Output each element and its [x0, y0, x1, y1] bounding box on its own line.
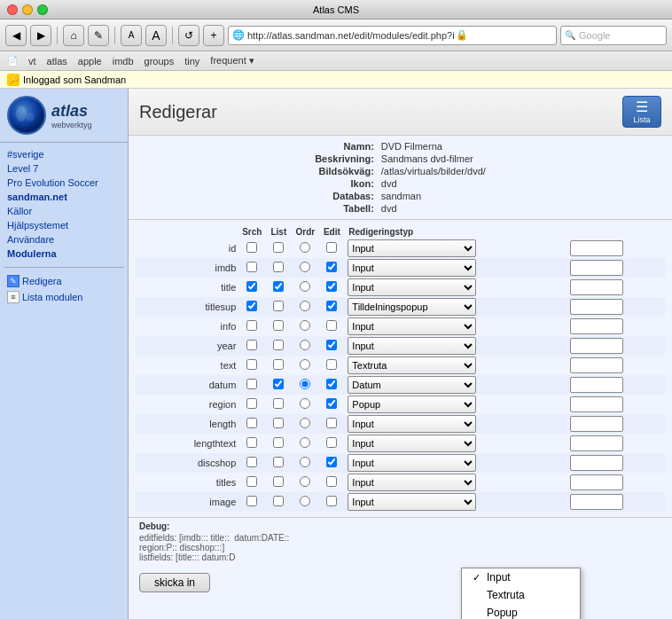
minimize-button[interactable] — [22, 4, 33, 15]
bookmark-imdb[interactable]: imdb — [113, 56, 134, 67]
type-select-lengthtext[interactable]: InputTextrutaPopupTilldelningspopupDatum… — [348, 435, 476, 452]
extra-cell-titles[interactable] — [567, 473, 665, 492]
ordr-cell-region[interactable] — [292, 395, 318, 414]
extra-input-title[interactable] — [570, 279, 623, 295]
srch-cell-image[interactable] — [238, 492, 265, 512]
srch-checkbox-info[interactable] — [246, 320, 257, 331]
extra-input-titles[interactable] — [570, 474, 623, 490]
edit-cell-title[interactable] — [318, 278, 345, 297]
list-checkbox-text[interactable] — [273, 359, 284, 370]
edit-cell-datum[interactable] — [318, 375, 345, 395]
list-checkbox-length[interactable] — [273, 418, 284, 428]
type-cell-image[interactable]: InputTextrutaPopupTilldelningspopupDatum… — [345, 492, 567, 512]
extra-cell-info[interactable] — [567, 317, 665, 336]
ordr-radio-year[interactable] — [300, 340, 310, 350]
srch-cell-title[interactable] — [238, 278, 265, 297]
ordr-cell-imdb[interactable] — [292, 258, 318, 278]
extra-cell-length[interactable] — [567, 414, 665, 434]
extra-input-text[interactable] — [570, 357, 623, 373]
srch-checkbox-title[interactable] — [246, 281, 257, 292]
list-cell-year[interactable] — [265, 336, 292, 356]
type-select-region[interactable]: InputTextrutaPopupTilldelningspopupDatum… — [348, 396, 476, 413]
type-cell-year[interactable]: InputTextrutaPopupTilldelningspopupDatum… — [345, 336, 567, 356]
sidebar-action-lista[interactable]: ≡ Lista modulen — [4, 289, 124, 305]
edit-checkbox-year[interactable] — [326, 340, 337, 350]
address-bar[interactable]: 🌐 http://atlas.sandman.net/edit/modules/… — [228, 26, 557, 45]
extra-cell-region[interactable] — [567, 395, 665, 414]
ordr-cell-title[interactable] — [292, 278, 318, 297]
extra-input-discshop[interactable] — [570, 455, 623, 471]
sidebar-link-sandman[interactable]: sandman.net — [4, 191, 124, 203]
edit-checkbox-length[interactable] — [326, 418, 337, 428]
list-checkbox-titlesup[interactable] — [273, 301, 284, 311]
type-select-imdb[interactable]: InputTextrutaPopupTilldelningspopupDatum… — [348, 259, 476, 277]
srch-checkbox-imdb[interactable] — [246, 262, 257, 272]
type-cell-imdb[interactable]: InputTextrutaPopupTilldelningspopupDatum… — [345, 258, 567, 278]
edit-checkbox-datum[interactable] — [326, 379, 337, 389]
type-cell-info[interactable]: InputTextrutaPopupTilldelningspopupDatum… — [345, 317, 567, 336]
srch-cell-info[interactable] — [238, 317, 265, 336]
ordr-radio-titlesup[interactable] — [300, 301, 310, 311]
bookmark-frequent[interactable]: frequent ▾ — [210, 55, 254, 67]
back-button[interactable]: ◀ — [5, 25, 27, 46]
edit-cell-id[interactable] — [318, 239, 345, 258]
type-select-datum[interactable]: InputTextrutaPopupTilldelningspopupDatum… — [348, 376, 476, 394]
edit-cell-year[interactable] — [318, 336, 345, 356]
ordr-radio-lengthtext[interactable] — [300, 437, 310, 448]
edit-checkbox-text[interactable] — [326, 359, 337, 370]
extra-cell-year[interactable] — [567, 336, 665, 356]
ordr-cell-titlesup[interactable] — [292, 297, 318, 317]
type-select-text[interactable]: InputTextrutaPopupTilldelningspopupDatum… — [348, 357, 476, 374]
edit-checkbox-region[interactable] — [326, 398, 337, 409]
type-cell-titlesup[interactable]: InputTextrutaPopupTilldelningspopupDatum… — [345, 297, 567, 317]
extra-input-length[interactable] — [570, 416, 623, 432]
edit-checkbox-discshop[interactable] — [326, 457, 337, 467]
ordr-cell-info[interactable] — [292, 317, 318, 336]
new-tab-button[interactable]: + — [203, 25, 224, 46]
type-cell-id[interactable]: InputTextrutaPopupTilldelningspopupDatum… — [345, 239, 567, 258]
srch-checkbox-text[interactable] — [246, 359, 257, 370]
dropdown-item-textruta[interactable]: Textruta — [462, 586, 580, 604]
sidebar-link-anvandare[interactable]: Användare — [4, 233, 124, 246]
ordr-radio-text[interactable] — [300, 359, 310, 370]
sidebar-link-sverige[interactable]: #sverige — [4, 148, 124, 161]
bookmark-tiny[interactable]: tiny — [184, 56, 199, 67]
type-dropdown[interactable]: ✓ Input Textruta Popup Tilldelningspopup — [461, 568, 581, 619]
extra-input-region[interactable] — [570, 396, 623, 412]
type-select-info[interactable]: InputTextrutaPopupTilldelningspopupDatum… — [348, 317, 476, 335]
list-checkbox-region[interactable] — [273, 398, 284, 409]
list-cell-discshop[interactable] — [265, 453, 292, 473]
extra-cell-titlesup[interactable] — [567, 297, 665, 317]
edit-checkbox-titles[interactable] — [326, 476, 337, 487]
sidebar-link-kallor[interactable]: Källor — [4, 205, 124, 217]
type-cell-lengthtext[interactable]: InputTextrutaPopupTilldelningspopupDatum… — [345, 434, 567, 453]
sidebar-link-level7[interactable]: Level 7 — [4, 162, 124, 175]
ordr-cell-discshop[interactable] — [292, 453, 318, 473]
extra-cell-lengthtext[interactable] — [567, 434, 665, 453]
maximize-button[interactable] — [37, 4, 48, 15]
extra-cell-text[interactable] — [567, 356, 665, 375]
list-checkbox-info[interactable] — [273, 320, 284, 331]
type-cell-title[interactable]: InputTextrutaPopupTilldelningspopupDatum… — [345, 278, 567, 297]
list-cell-title[interactable] — [265, 278, 292, 297]
edit-checkbox-imdb[interactable] — [326, 262, 337, 272]
edit-cell-titles[interactable] — [318, 473, 345, 492]
edit-checkbox-lengthtext[interactable] — [326, 437, 337, 448]
edit-checkbox-info[interactable] — [326, 320, 337, 331]
list-checkbox-title[interactable] — [273, 281, 284, 292]
list-cell-datum[interactable] — [265, 375, 292, 395]
type-cell-datum[interactable]: InputTextrutaPopupTilldelningspopupDatum… — [345, 375, 567, 395]
srch-checkbox-titlesup[interactable] — [246, 301, 257, 311]
close-button[interactable] — [7, 4, 18, 15]
srch-checkbox-titles[interactable] — [246, 476, 257, 487]
sidebar-action-redigera[interactable]: ✎ Redigera — [4, 273, 124, 289]
srch-checkbox-region[interactable] — [246, 398, 257, 409]
edit-cell-image[interactable] — [318, 492, 345, 512]
forward-button[interactable]: ▶ — [30, 25, 51, 46]
list-cell-info[interactable] — [265, 317, 292, 336]
ordr-cell-length[interactable] — [292, 414, 318, 434]
type-select-discshop[interactable]: InputTextrutaPopupTilldelningspopupDatum… — [348, 454, 476, 472]
edit-cell-titlesup[interactable] — [318, 297, 345, 317]
extra-cell-image[interactable] — [567, 492, 665, 512]
extra-input-imdb[interactable] — [570, 260, 623, 276]
